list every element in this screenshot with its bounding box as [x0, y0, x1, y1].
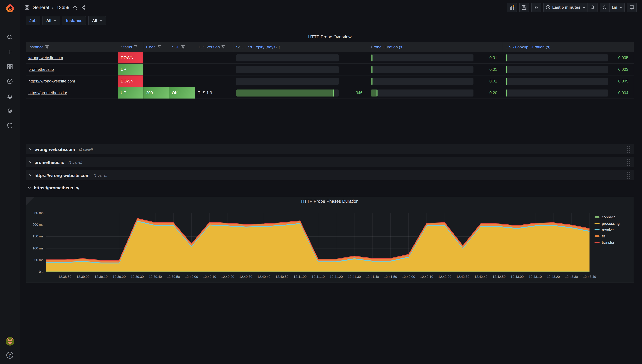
job-filter-value[interactable]: All: [43, 16, 60, 25]
gauge-cell: 0.01: [368, 76, 503, 87]
settings-gear-icon[interactable]: [7, 107, 13, 114]
instance-link[interactable]: https://prometheus.io/: [29, 90, 67, 95]
y-tick-label: 50 ms: [26, 258, 44, 262]
refresh-interval-picker[interactable]: 1m: [609, 3, 625, 12]
sidebar: ?: [0, 0, 20, 364]
zoom-out-button[interactable]: [588, 3, 597, 12]
legend-swatch: [594, 229, 599, 230]
gauge-cell: 0.01: [368, 52, 503, 64]
drag-handle[interactable]: [627, 158, 631, 166]
kiosk-mode-button[interactable]: [627, 3, 637, 12]
http-probe-phases-panel: i HTTP Probe Phases Duration 250 ms200 m…: [26, 197, 634, 283]
add-panel-button[interactable]: [507, 3, 517, 12]
stacked-area-chart[interactable]: [46, 213, 589, 272]
breadcrumb-dashboard[interactable]: 13659: [56, 5, 69, 10]
filter-funnel-icon: [134, 45, 137, 49]
drag-handle[interactable]: [627, 146, 631, 153]
legend-swatch: [594, 216, 599, 218]
gauge-track: [236, 66, 339, 73]
legend-label: transfer: [602, 240, 614, 244]
save-dashboard-button[interactable]: [519, 3, 529, 12]
column-header[interactable]: TLS Version: [195, 42, 233, 52]
column-header[interactable]: SSL Cert Expiry (days)↑: [233, 42, 368, 52]
legend-item-tls[interactable]: tls: [594, 234, 619, 238]
x-tick-label: 12:42:00: [402, 275, 415, 278]
column-header[interactable]: Code: [143, 42, 169, 52]
refresh-button[interactable]: [600, 3, 609, 12]
row-section-header[interactable]: wrong-website.com(1 panel): [26, 144, 634, 154]
instance-cell: https://prometheus.io/: [26, 87, 118, 99]
column-header[interactable]: Status: [118, 42, 143, 52]
instance-filter-value[interactable]: All: [88, 16, 106, 25]
y-tick-label: 100 ms: [26, 246, 44, 250]
y-tick-label: 150 ms: [26, 234, 44, 238]
row-section-header[interactable]: https://prometheus.io/: [26, 183, 634, 192]
x-tick-label: 12:40:00: [185, 275, 198, 278]
filter-funnel-icon: [45, 45, 49, 49]
tls-version-cell: [195, 64, 233, 76]
gauge-cell: 0.01: [368, 64, 503, 76]
help-icon[interactable]: ?: [6, 352, 13, 359]
x-tick-label: 12:42:30: [457, 275, 470, 278]
star-icon[interactable]: [72, 5, 77, 10]
dashboard-settings-button[interactable]: [531, 3, 541, 12]
gauge-value: 0.005: [618, 56, 631, 60]
filter-funnel-icon: [181, 45, 185, 49]
legend-item-processing[interactable]: processing: [594, 222, 619, 226]
legend-label: resolve: [602, 228, 614, 232]
legend-item-transfer[interactable]: transfer: [594, 240, 619, 244]
instance-filter-label[interactable]: Instance: [62, 16, 86, 25]
gauge-track: [506, 89, 608, 96]
column-header[interactable]: SSL: [169, 42, 195, 52]
gauge-cell: [233, 76, 368, 87]
x-tick-label: 12:41:40: [366, 275, 379, 278]
x-tick-label: 12:40:40: [257, 275, 270, 278]
legend-swatch: [594, 236, 599, 237]
breadcrumb-section[interactable]: General: [33, 5, 49, 10]
explore-compass-icon[interactable]: [7, 78, 13, 84]
server-admin-shield-icon[interactable]: [7, 122, 13, 128]
row-section-header[interactable]: prometheus.io(1 panel): [26, 157, 634, 167]
gauge-cell: 0.20: [368, 87, 503, 99]
dashboard-content: HTTP Probe Overview InstanceStatusCodeSS…: [20, 34, 642, 283]
create-plus-icon[interactable]: [7, 48, 13, 55]
section-panel-count: (1 panel): [68, 160, 82, 164]
table-panel-title: HTTP Probe Overview: [26, 34, 634, 40]
gauge-track: [506, 78, 608, 85]
time-range-picker[interactable]: Last 5 minutes: [543, 3, 588, 12]
section-panel-count: (1 panel): [79, 147, 93, 151]
column-header[interactable]: DNS Lookup Duration (s): [503, 42, 634, 52]
x-tick-label: 12:41:00: [294, 275, 307, 278]
drag-handle[interactable]: [627, 172, 631, 179]
grafana-logo-icon[interactable]: [5, 3, 15, 13]
instance-link[interactable]: https://wrong-website.com: [29, 79, 75, 84]
gauge-value: 0.01: [489, 56, 500, 60]
status-cell: UP: [118, 64, 143, 76]
instance-cell: wrong-website.com: [26, 52, 118, 64]
legend-label: connect: [602, 215, 615, 219]
gauge-track: [236, 78, 339, 85]
search-icon[interactable]: [7, 34, 13, 40]
instance-link[interactable]: wrong-website.com: [29, 56, 63, 60]
legend-item-resolve[interactable]: resolve: [594, 228, 619, 232]
gauge-cell: 346: [233, 87, 368, 99]
refresh-controls: 1m: [600, 3, 625, 12]
time-controls: Last 5 minutes: [543, 3, 597, 12]
share-icon[interactable]: [80, 5, 85, 10]
gauge-track: [506, 66, 608, 73]
legend-item-connect[interactable]: connect: [594, 215, 619, 219]
instance-link[interactable]: prometheus.io: [29, 67, 54, 72]
job-filter-label[interactable]: Job: [26, 16, 40, 25]
dashboards-icon[interactable]: [7, 63, 13, 70]
breadcrumb: General / 13659: [25, 5, 85, 10]
column-header[interactable]: Instance: [26, 42, 118, 52]
gauge-cell: [233, 64, 368, 76]
user-avatar[interactable]: [6, 337, 14, 346]
row-section-header[interactable]: https://wrong-website.com(1 panel): [26, 170, 634, 180]
instance-cell: prometheus.io: [26, 64, 118, 76]
x-tick-label: 12:43:20: [547, 275, 560, 278]
gauge-value: 0.01: [489, 79, 500, 84]
column-header[interactable]: Probe Duration (s): [368, 42, 503, 52]
x-tick-label: 12:40:50: [276, 275, 289, 278]
alerting-bell-icon[interactable]: [7, 92, 13, 99]
